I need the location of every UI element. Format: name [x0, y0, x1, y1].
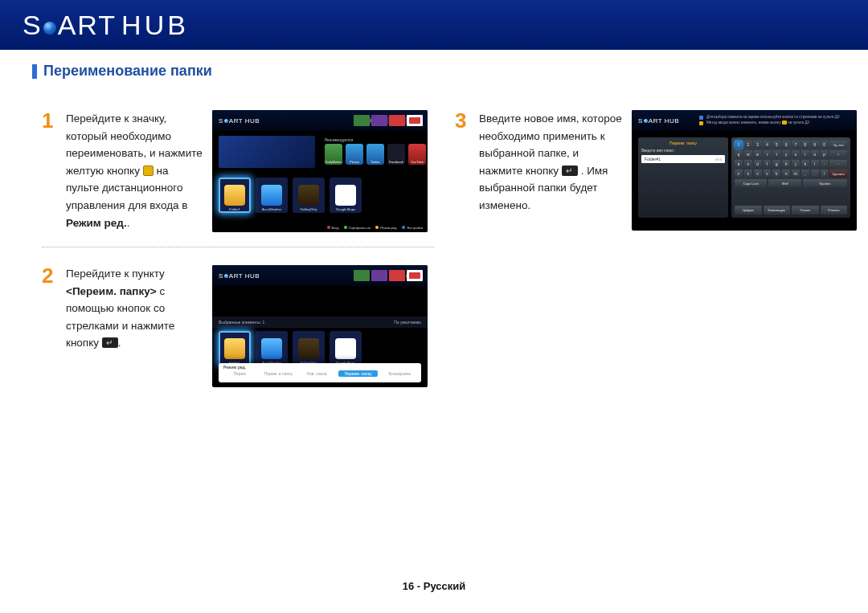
screenshot-step2: SART HUB Samsung Apps Выбранные элементы…	[212, 265, 428, 387]
mock-onscreen-keyboard: 1234567890Уд. все qwertyuiop^ asdfghjkl-…	[731, 137, 850, 218]
mock-folder-name-field: Folder#18/10	[641, 155, 725, 163]
page-footer: 16 - Русский	[0, 580, 868, 592]
screenshot-step1: SART HUB Search Рекомендуется DailyMotio…	[212, 110, 428, 232]
step-3: 3 Введите новое имя, которое необходимо …	[455, 110, 857, 231]
step-2: 2 Перейдите к пункту <Переим. папку> с п…	[42, 265, 434, 387]
step-number: 3	[455, 110, 473, 231]
brand-logo: S ART HUB	[23, 10, 189, 41]
yellow-remote-button-icon	[143, 166, 154, 176]
step-number: 1	[42, 110, 59, 232]
page-header: S ART HUB	[0, 0, 868, 50]
mock-app-row: Folder1 AccuWeather GalleryOnly Google M…	[219, 331, 362, 366]
step-text: Введите новое имя, которое необходимо пр…	[479, 110, 624, 231]
brand-orb-icon	[43, 22, 56, 35]
main-content: 1 Перейдите к значку, который необходимо…	[0, 91, 868, 387]
mock-banner	[219, 136, 315, 168]
heading-accent-bar	[32, 64, 37, 79]
enter-button-icon	[562, 166, 578, 176]
mock-tooltip: Для выбора символа на экране используйте…	[699, 115, 850, 127]
step-text: Перейдите к значку, который необходимо п…	[66, 110, 204, 232]
brand-hub: HUB	[121, 10, 189, 41]
mock-recommended-row: DailyMotion Picasa Twitter Facebook YouT…	[325, 144, 426, 165]
mock-rename-option-active: Переим. папку	[338, 370, 379, 377]
screenshot-step3: SART HUB Для выбора символа на экране ис…	[632, 110, 857, 231]
mock-app-row: Folder1 AccuWeather GalleryOnly Google M…	[219, 178, 362, 213]
mock-edit-menu: Режим ред. Перем. Перем. в папку Нов. па…	[219, 363, 421, 382]
enter-button-icon	[102, 337, 118, 348]
brand-art: ART	[58, 10, 117, 41]
right-column: 3 Введите новое имя, которое необходимо …	[455, 110, 857, 387]
mock-samsung-apps	[354, 115, 423, 126]
mock-selection-band: Выбранные элементы: 1По умолчанию	[212, 317, 428, 328]
step-number: 2	[42, 265, 59, 387]
mock-rename-dialog: Переим. папку Введите имя папки : Folder…	[638, 137, 728, 218]
mock-logo: SART HUB	[219, 117, 260, 125]
left-column: 1 Перейдите к значку, который необходимо…	[42, 110, 434, 387]
mock-rec-label: Рекомендуется	[325, 137, 353, 142]
mock-folder-selected: Folder1	[219, 178, 251, 213]
heading-text: Переименование папки	[43, 63, 212, 80]
step-1: 1 Перейдите к значку, который необходимо…	[42, 110, 434, 232]
mock-footer: Вход Сортировка по Режим ред. Настройки	[212, 223, 428, 232]
step-text: Перейдите к пункту <Переим. папку> с пом…	[66, 265, 204, 387]
brand-s: S	[23, 10, 43, 41]
section-heading: Переименование папки	[0, 50, 868, 91]
divider	[42, 247, 434, 247]
